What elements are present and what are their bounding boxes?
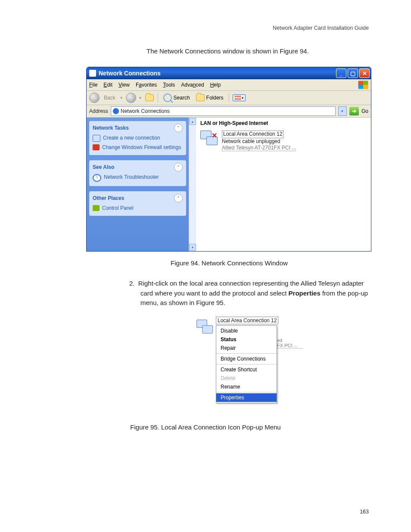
go-label: Go (361, 108, 368, 114)
connection-icon (196, 320, 215, 336)
menu-view[interactable]: View (118, 82, 130, 88)
lan-section-header: LAN or High-Speed Internet (200, 120, 367, 126)
address-label: Address (89, 108, 108, 114)
menu-favorites[interactable]: Favorites (136, 82, 157, 88)
address-dropdown[interactable]: ▾ (338, 106, 347, 116)
views-button[interactable]: ▾ (233, 94, 246, 101)
address-value: Network Connections (121, 108, 170, 114)
menu-disable[interactable]: Disable (216, 327, 277, 335)
go-button[interactable]: ➔ (349, 107, 359, 115)
network-connections-window: Network Connections _ ▢ ✕ File Edit View… (86, 67, 371, 252)
firewall-icon (93, 144, 100, 150)
windows-flag-icon (358, 81, 368, 89)
address-icon (113, 108, 119, 114)
page-number: 163 (360, 509, 369, 515)
collapse-icon[interactable]: ˆ (174, 124, 183, 132)
menu-bar: File Edit View Favorites Tools Advanced … (87, 79, 371, 91)
network-tasks-box: Network Tasksˆ Create a new connection C… (89, 121, 186, 155)
menu-bridge[interactable]: Bridge Connections (216, 355, 277, 363)
task-firewall-settings[interactable]: Change Windows Firewall settings (93, 144, 183, 151)
connection-adapter: Allied Telesyn AT-2701FX PCI ... (222, 145, 296, 151)
menu-advanced[interactable]: Advanced (181, 82, 204, 88)
search-button[interactable]: Search (162, 93, 192, 103)
see-also-header: See Also (93, 164, 114, 170)
up-folder-button[interactable] (145, 93, 154, 102)
menu-status[interactable]: Status (216, 335, 277, 344)
task-create-connection[interactable]: Create a new connection (93, 135, 183, 142)
connection-label: Local Area Connection 12 (216, 317, 278, 324)
window-title: Network Connections (99, 70, 161, 77)
navigation-toolbar: ← Back ▼ → ▼ Search Folders ▾ (87, 91, 371, 105)
menu-properties[interactable]: Properties (216, 393, 277, 402)
menu-tools[interactable]: Tools (163, 82, 175, 88)
menu-create-shortcut[interactable]: Create Shortcut (216, 365, 277, 374)
collapse-icon[interactable]: ˆ (174, 163, 183, 171)
views-icon (235, 96, 241, 100)
context-menu-figure: Local Area Connection 12 Disable Status … (196, 317, 304, 414)
intro-text: The Network Connections window is shown … (146, 47, 372, 55)
address-field[interactable]: Network Connections (111, 106, 336, 116)
content-pane: LAN or High-Speed Internet ✕ Local Area … (196, 118, 371, 251)
connection-status: Network cable unplugged (222, 138, 280, 144)
see-also-box: See Alsoˆ i Network Troubleshooter (89, 160, 186, 186)
collapse-icon[interactable]: ˆ (174, 194, 183, 202)
menu-file[interactable]: File (89, 82, 97, 88)
back-button[interactable]: Back (102, 94, 117, 102)
connection-item[interactable]: ✕ Local Area Connection 12 Network cable… (200, 131, 367, 152)
info-icon: i (93, 174, 101, 182)
scroll-up-icon[interactable]: ▴ (189, 118, 196, 125)
search-icon (163, 93, 172, 102)
see-troubleshooter[interactable]: i Network Troubleshooter (93, 174, 183, 182)
context-menu: Disable Status Repair Bridge Connections… (216, 325, 277, 403)
menu-edit[interactable]: Edit (103, 82, 112, 88)
obscured-text: ed FX PCI ... (277, 338, 303, 348)
app-icon (89, 70, 96, 77)
close-button[interactable]: ✕ (359, 68, 370, 78)
maximize-button[interactable]: ▢ (348, 68, 358, 78)
unplugged-x-icon: ✕ (212, 131, 217, 140)
new-connection-icon (93, 135, 100, 142)
doc-header: Network Adapter Card Installation Guide (273, 25, 369, 31)
connection-icon: ✕ (200, 131, 219, 148)
scroll-down-icon[interactable]: ▾ (189, 244, 196, 251)
other-places-header: Other Places (93, 195, 124, 201)
sidebar-scrollbar[interactable]: ▴ ▾ (189, 118, 196, 251)
figure-94-caption: Figure 94. Network Connections Window (86, 259, 372, 267)
folders-icon (196, 94, 205, 101)
menu-repair[interactable]: Repair (216, 344, 277, 352)
minimize-button[interactable]: _ (336, 68, 346, 78)
back-icon: ← (89, 93, 100, 103)
forward-icon: → (126, 93, 136, 103)
tasks-pane: Network Tasksˆ Create a new connection C… (87, 118, 189, 251)
menu-help[interactable]: Help (210, 82, 221, 88)
folder-up-icon (145, 94, 154, 101)
step-2-text: 2. Right-click on the local area connect… (129, 279, 372, 308)
window-titlebar[interactable]: Network Connections _ ▢ ✕ (87, 67, 371, 79)
folders-button[interactable]: Folders (194, 93, 225, 102)
menu-delete: Delete (216, 374, 277, 383)
connection-name: Local Area Connection 12 (222, 131, 283, 138)
other-places-box: Other Placesˆ Control Panel (89, 191, 186, 216)
address-bar: Address Network Connections ▾ ➔ Go (87, 105, 371, 118)
control-panel-icon (93, 205, 100, 211)
menu-rename[interactable]: Rename (216, 383, 277, 391)
network-tasks-header: Network Tasks (93, 125, 129, 131)
other-control-panel[interactable]: Control Panel (93, 205, 183, 212)
figure-95-caption: Figure 95. Local Area Connection Icon Po… (39, 423, 372, 431)
